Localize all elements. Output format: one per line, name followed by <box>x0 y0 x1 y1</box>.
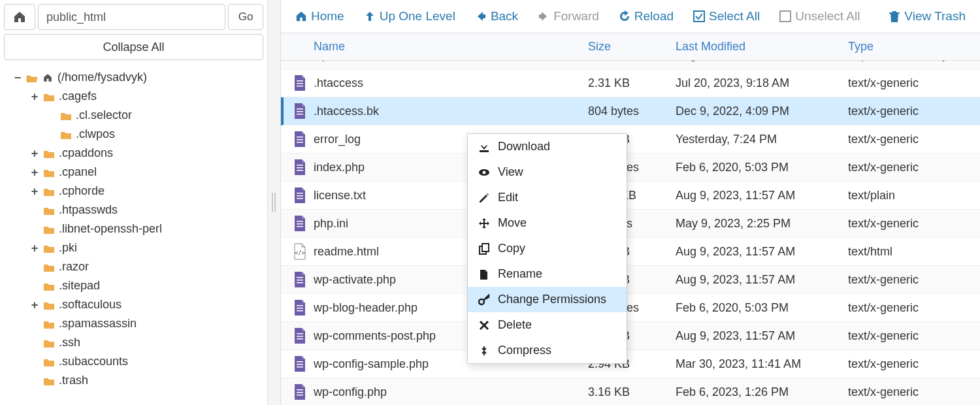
file-name: wp-config.php <box>314 385 588 399</box>
file-type-icon <box>286 103 314 120</box>
file-name: .htaccess <box>314 76 588 90</box>
tree-toggle[interactable]: + <box>30 186 39 197</box>
folder-icon <box>43 149 55 158</box>
tree-item[interactable]: +.cphorde <box>30 182 263 201</box>
context-menu-item[interactable]: Rename <box>468 261 627 287</box>
delete-icon <box>478 319 490 331</box>
tree-toggle[interactable]: + <box>30 242 39 254</box>
file-type-icon <box>286 61 314 63</box>
tree-root[interactable]: − (/home/fysadvyk) <box>13 68 263 87</box>
main-panel: Home Up One Level Back Forward Reload Se… <box>281 0 980 405</box>
file-type-icon <box>286 187 314 204</box>
folder-icon <box>43 338 55 348</box>
toolbar: Home Up One Level Back Forward Reload Se… <box>281 0 980 33</box>
table-row[interactable]: index.php405 bytesFeb 6, 2020, 5:03 PMte… <box>281 154 980 182</box>
context-menu-label: Download <box>498 140 550 154</box>
context-menu: DownloadViewEditMoveCopyRenameChange Per… <box>467 133 627 364</box>
tree-root-label: (/home/fysadvyk) <box>57 71 147 84</box>
go-button[interactable]: Go <box>228 4 263 30</box>
tree-item[interactable]: +.cpanel <box>30 163 263 182</box>
tree-item[interactable]: +.cagefs <box>30 87 263 106</box>
tree-item[interactable]: +.softaculous <box>30 295 263 314</box>
tree-item[interactable]: .cl.selector <box>47 106 263 125</box>
tree-item[interactable]: .clwpos <box>47 125 263 144</box>
folder-icon <box>43 225 55 234</box>
tree-item[interactable]: .htpasswds <box>30 201 263 219</box>
reload-icon <box>619 10 630 22</box>
table-row[interactable]: php.ini70 bytesMay 9, 2023, 2:25 PMtext/… <box>281 210 980 238</box>
table-row[interactable]: wp-activate.php7.04 KBAug 9, 2023, 11:57… <box>281 266 980 294</box>
toolbar-reload[interactable]: Reload <box>611 4 681 29</box>
toolbar-forward: Forward <box>530 4 607 29</box>
tree-item-label: .cagefs <box>59 89 97 103</box>
tree-toggle[interactable]: + <box>30 299 39 311</box>
file-mimetype: text/x-generic <box>848 76 980 90</box>
tree-toggle[interactable]: + <box>30 148 39 159</box>
file-list-scroll[interactable]: wp-includes12 KBAug 9, 2023, 11:57 AMhtt… <box>281 61 980 405</box>
context-menu-item[interactable]: Compress <box>468 338 627 363</box>
context-menu-item[interactable]: Edit <box>468 185 627 210</box>
tree-item[interactable]: .ssh <box>30 333 263 352</box>
context-menu-item[interactable]: Move <box>468 210 627 236</box>
path-input[interactable] <box>38 4 225 30</box>
file-mimetype: text/x-generic <box>848 301 980 315</box>
table-row[interactable]: error_log1.97 KBYesterday, 7:24 PMtext/x… <box>281 125 980 154</box>
col-header-type[interactable]: Type <box>848 40 980 54</box>
table-row[interactable]: wp-config.php3.16 KBFeb 6, 2023, 1:26 PM… <box>281 378 980 405</box>
toolbar-unselect-all: Unselect All <box>772 4 868 29</box>
table-row[interactable]: .htaccess.bk804 bytesDec 9, 2022, 4:09 P… <box>281 97 980 125</box>
context-menu-item[interactable]: Copy <box>468 236 627 261</box>
arrow-right-icon <box>538 10 549 22</box>
tree-item[interactable]: .subaccounts <box>30 352 263 371</box>
file-type-icon <box>286 243 314 260</box>
tree-item-label: .cl.selector <box>76 108 132 122</box>
home-icon <box>12 10 27 24</box>
context-menu-item[interactable]: Change Permissions <box>468 287 627 312</box>
table-row[interactable]: wp-includes12 KBAug 9, 2023, 11:57 AMhtt… <box>281 61 980 69</box>
toolbar-up-one-level[interactable]: Up One Level <box>356 4 463 29</box>
table-row[interactable]: .htaccess2.31 KBJul 20, 2023, 9:18 AMtex… <box>281 69 980 97</box>
toolbar-home[interactable]: Home <box>287 4 352 29</box>
context-menu-item[interactable]: View <box>468 159 627 185</box>
tree-toggle[interactable]: + <box>30 91 39 103</box>
home-path-button[interactable] <box>4 4 35 30</box>
tree-item[interactable]: .libnet-openssh-perl <box>30 219 263 238</box>
context-menu-item[interactable]: Delete <box>468 312 627 338</box>
table-row[interactable]: wp-config-sample.php2.94 KBMar 30, 2023,… <box>281 350 980 378</box>
file-size: 2.31 KB <box>588 76 676 90</box>
collapse-all-button[interactable]: Collapse All <box>4 34 263 60</box>
col-header-name[interactable]: Name <box>314 40 588 54</box>
toolbar-select-all[interactable]: Select All <box>685 4 768 29</box>
file-mimetype: text/x-generic <box>848 385 980 399</box>
table-header: Name Size Last Modified Type <box>281 33 980 61</box>
folder-icon <box>43 244 55 253</box>
file-mimetype: text/x-generic <box>848 329 980 343</box>
tree-item-label: .htpasswds <box>59 203 118 217</box>
folder-tree: − (/home/fysadvyk) +.cagefs.cl.selector.… <box>4 65 263 401</box>
folder-icon <box>43 168 55 177</box>
table-row[interactable]: wp-blog-header.php351 bytesFeb 6, 2020, … <box>281 294 980 322</box>
folder-icon <box>43 357 55 366</box>
tree-item[interactable]: .trash <box>30 371 263 390</box>
tree-item[interactable]: +.cpaddons <box>30 144 263 163</box>
context-menu-label: Rename <box>498 267 542 281</box>
tree-item[interactable]: +.pki <box>30 238 263 257</box>
splitter[interactable] <box>268 0 281 405</box>
file-modified: Feb 6, 2023, 1:26 PM <box>676 385 848 399</box>
tree-toggle[interactable]: − <box>13 72 22 84</box>
table-row[interactable]: license.txt19.45 KBAug 9, 2023, 11:57 AM… <box>281 182 980 210</box>
toolbar-view-trash[interactable]: View Trash <box>881 4 973 29</box>
context-menu-item[interactable]: Download <box>468 134 627 159</box>
tree-item-label: .pki <box>59 241 77 255</box>
table-row[interactable]: wp-comments-post.php2.27 KBAug 9, 2023, … <box>281 322 980 350</box>
tree-item[interactable]: .sitepad <box>30 276 263 295</box>
toolbar-back[interactable]: Back <box>467 4 526 29</box>
tree-item-label: .cpaddons <box>59 146 113 160</box>
table-row[interactable]: readme.html7.23 KBAug 9, 2023, 11:57 AMt… <box>281 238 980 266</box>
file-modified: Aug 9, 2023, 11:57 AM <box>676 245 848 259</box>
col-header-size[interactable]: Size <box>588 40 676 54</box>
col-header-modified[interactable]: Last Modified <box>676 40 848 54</box>
tree-toggle[interactable]: + <box>30 167 39 178</box>
tree-item[interactable]: .spamassassin <box>30 314 263 333</box>
tree-item[interactable]: .razor <box>30 257 263 276</box>
